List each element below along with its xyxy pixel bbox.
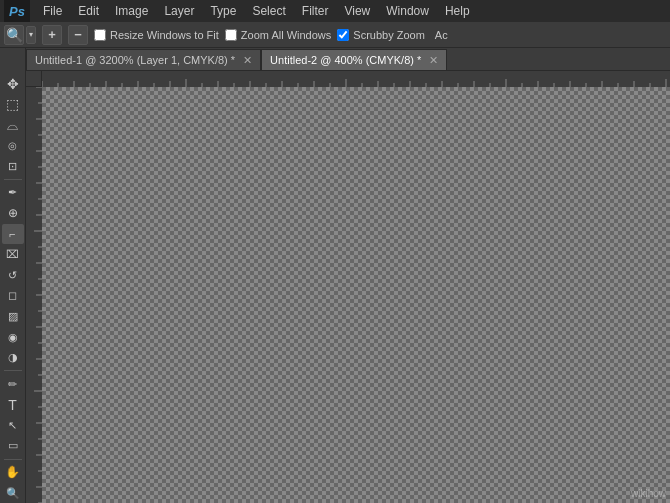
- tab1-close[interactable]: ✕: [243, 54, 252, 67]
- logo-text: Ps: [9, 4, 25, 19]
- toolbar: ✥ ⬚ ⌓ ◎ ⊡ ✒ ⊕ ⌐ ⌧ ↺ ◻ ▨ ◉ ◑ ✏ T ↖ ▭ ✋ 🔍: [0, 48, 26, 503]
- tool-marquee[interactable]: ⬚: [2, 95, 24, 115]
- tool-shape[interactable]: ▭: [2, 436, 24, 456]
- tool-eyedropper[interactable]: ✒: [2, 183, 24, 203]
- zoom-tool-icon[interactable]: 🔍: [4, 25, 24, 45]
- menu-window[interactable]: Window: [379, 2, 436, 20]
- tool-quick-select[interactable]: ◎: [2, 136, 24, 156]
- tab1-label: Untitled-1 @ 3200% (Layer 1, CMYK/8) *: [35, 54, 235, 66]
- ruler-horizontal: [26, 71, 670, 87]
- tabs-bar: Untitled-1 @ 3200% (Layer 1, CMYK/8) * ✕…: [26, 48, 670, 71]
- tool-eraser[interactable]: ◻: [2, 286, 24, 306]
- tool-dodge[interactable]: ◑: [2, 348, 24, 368]
- zoom-in-button[interactable]: +: [42, 25, 62, 45]
- menu-filter[interactable]: Filter: [295, 2, 336, 20]
- resize-windows-label: Resize Windows to Fit: [110, 29, 219, 41]
- zoom-all-checkbox[interactable]: [225, 29, 237, 41]
- ruler-corner: [26, 71, 42, 87]
- svg-rect-0: [26, 71, 670, 87]
- canvas-checkerboard: [42, 87, 670, 503]
- tool-crop[interactable]: ⊡: [2, 156, 24, 176]
- zoom-dropdown[interactable]: ▾: [26, 26, 36, 44]
- tool-clone[interactable]: ⌧: [2, 245, 24, 265]
- tool-gradient[interactable]: ▨: [2, 307, 24, 327]
- menu-edit[interactable]: Edit: [71, 2, 106, 20]
- tab-untitled1[interactable]: Untitled-1 @ 3200% (Layer 1, CMYK/8) * ✕: [26, 49, 261, 70]
- watermark: wikihow: [631, 488, 666, 499]
- resize-windows-option: Resize Windows to Fit: [94, 29, 219, 41]
- zoom-out-button[interactable]: −: [68, 25, 88, 45]
- zoom-all-label: Zoom All Windows: [241, 29, 331, 41]
- tool-zoom[interactable]: 🔍: [2, 483, 24, 503]
- menu-type[interactable]: Type: [203, 2, 243, 20]
- menu-view[interactable]: View: [337, 2, 377, 20]
- tool-text[interactable]: T: [2, 395, 24, 415]
- toolbar-separator-1: [4, 179, 22, 180]
- toolbar-separator-3: [4, 459, 22, 460]
- menu-bar: Ps File Edit Image Layer Type Select Fil…: [0, 0, 670, 22]
- tool-pen[interactable]: ✏: [2, 374, 24, 394]
- tab2-label: Untitled-2 @ 400% (CMYK/8) *: [270, 54, 421, 66]
- menu-help[interactable]: Help: [438, 2, 477, 20]
- tab2-close[interactable]: ✕: [429, 54, 438, 67]
- extra-option: Ac: [435, 29, 448, 41]
- tool-brush[interactable]: ⌐: [2, 224, 24, 244]
- resize-windows-checkbox[interactable]: [94, 29, 106, 41]
- tool-path-select[interactable]: ↖: [2, 416, 24, 436]
- scrubby-zoom-checkbox[interactable]: [337, 29, 349, 41]
- tool-hand[interactable]: ✋: [2, 463, 24, 483]
- menu-select[interactable]: Select: [245, 2, 292, 20]
- toolbar-separator-2: [4, 370, 22, 371]
- ruler-vertical: [26, 71, 42, 503]
- menu-file[interactable]: File: [36, 2, 69, 20]
- menu-layer[interactable]: Layer: [157, 2, 201, 20]
- scrubby-zoom-option: Scrubby Zoom: [337, 29, 425, 41]
- options-bar: 🔍 ▾ + − Resize Windows to Fit Zoom All W…: [0, 22, 670, 48]
- zoom-all-option: Zoom All Windows: [225, 29, 331, 41]
- tool-lasso[interactable]: ⌓: [2, 115, 24, 135]
- tool-history[interactable]: ↺: [2, 265, 24, 285]
- svg-rect-41: [26, 71, 42, 503]
- tool-move[interactable]: ✥: [2, 74, 24, 94]
- app-logo: Ps: [4, 0, 30, 22]
- menu-image[interactable]: Image: [108, 2, 155, 20]
- canvas-area: wikihow: [26, 71, 670, 503]
- scrubby-zoom-label: Scrubby Zoom: [353, 29, 425, 41]
- tool-healing[interactable]: ⊕: [2, 204, 24, 224]
- tab-untitled2[interactable]: Untitled-2 @ 400% (CMYK/8) * ✕: [261, 49, 447, 70]
- tool-blur[interactable]: ◉: [2, 327, 24, 347]
